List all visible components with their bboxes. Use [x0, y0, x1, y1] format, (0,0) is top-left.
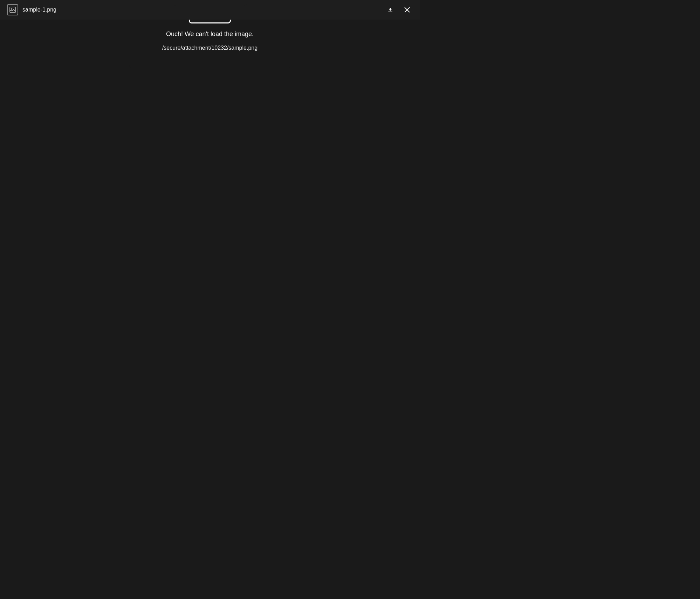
fit-screen-button[interactable] — [212, 0, 225, 3]
image-viewer-title: sample-1.png — [22, 7, 56, 13]
svg-point-1 — [11, 8, 12, 9]
close-button[interactable] — [402, 4, 413, 15]
file-type-icon — [7, 4, 18, 15]
svg-rect-2 — [388, 12, 392, 12]
modal-error-message: Ouch! We can't load the image. — [166, 30, 254, 38]
header-right — [385, 4, 413, 15]
modal-path: /secure/attachment/10232/sample.png — [162, 45, 258, 51]
header-left: sample-1.png — [7, 4, 56, 15]
info-button[interactable] — [229, 0, 241, 3]
download-button[interactable] — [385, 4, 396, 15]
zoom-in-button[interactable] — [195, 0, 208, 3]
svg-rect-0 — [10, 7, 15, 13]
image-viewer-footer — [173, 0, 247, 6]
zoom-out-button[interactable] — [178, 0, 191, 3]
